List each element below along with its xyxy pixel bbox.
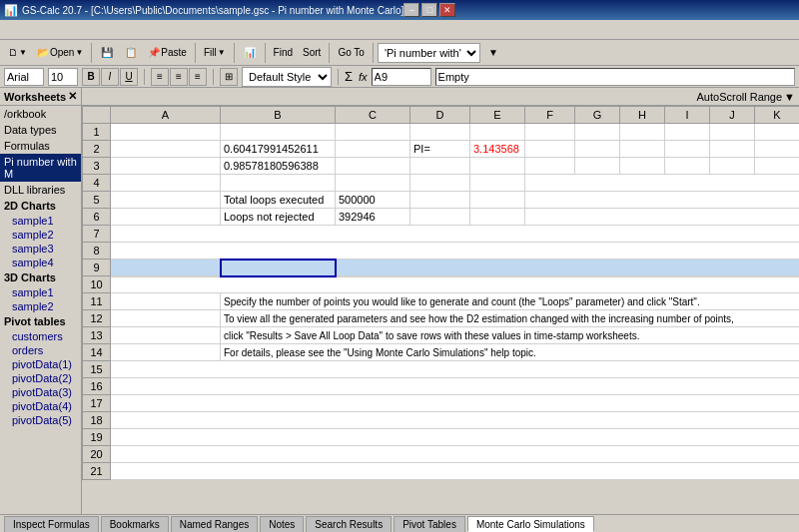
row-6-header[interactable]: 6 [83,209,111,226]
cell-j1[interactable] [710,124,755,141]
row-3-header[interactable]: 3 [83,158,111,175]
row-10-header[interactable]: 10 [83,276,111,293]
cell-k1[interactable] [755,124,800,141]
cell-i1[interactable] [665,124,710,141]
sidebar-item-pinumber[interactable]: Pi number with M [0,154,81,182]
cell-rest-7[interactable] [111,226,800,243]
cell-e1[interactable] [470,124,525,141]
col-header-b[interactable]: B [221,107,336,124]
cell-a9[interactable] [111,260,221,276]
new-button[interactable]: 🗋 ▼ [4,42,31,64]
cell-c2[interactable] [336,141,410,158]
col-header-j[interactable]: J [710,107,755,124]
cell-b6[interactable]: Loops not rejected [221,209,336,226]
cell-j2[interactable] [710,141,755,158]
sidebar-group-2dcharts[interactable]: 2D Charts [0,198,81,214]
cell-g2[interactable] [575,141,620,158]
font-size-selector[interactable]: 10 [48,68,78,86]
row-21[interactable]: 21 [83,463,111,480]
row-5-header[interactable]: 5 [83,192,111,209]
cell-rest-10[interactable] [111,276,800,293]
cell-d2[interactable]: PI= [410,141,470,158]
cell-i3[interactable] [665,158,710,175]
cell-e6[interactable] [470,209,525,226]
row-14-header[interactable]: 14 [83,344,111,361]
col-header-g[interactable]: G [575,107,620,124]
sidebar-item-sample3-2d[interactable]: sample3 [0,242,81,256]
cell-b5[interactable]: Total loops executed [221,192,336,209]
col-header-k[interactable]: K [755,107,800,124]
row-7-header[interactable]: 7 [83,226,111,243]
cell-b11[interactable]: Specify the number of points you would l… [221,293,800,310]
cell-a2[interactable] [111,141,221,158]
cell-rest-5[interactable] [525,192,800,209]
goto-button[interactable]: Go To [334,42,369,64]
cell-e5[interactable] [470,192,525,209]
cell-d3[interactable] [410,158,470,175]
align-center-button[interactable]: ≡ [170,68,188,86]
row-19[interactable]: 19 [83,429,111,446]
italic-button[interactable]: I [101,68,119,86]
minimize-button[interactable]: − [403,3,419,17]
paste-button[interactable]: 📌 Paste [144,42,191,64]
col-header-d[interactable]: D [410,107,470,124]
copy-button[interactable]: 📋 [120,42,142,64]
cell-c1[interactable] [336,124,410,141]
cell-e4[interactable] [470,175,525,192]
cell-e2[interactable]: 3.143568 [470,141,525,158]
open-button[interactable]: 📂 Open ▼ [33,42,87,64]
cell-b12[interactable]: To view all the generated parameters and… [221,310,800,327]
save-button[interactable]: 💾 [96,42,118,64]
cell-a14[interactable] [111,344,221,361]
row-4-header[interactable]: 4 [83,175,111,192]
cell-h3[interactable] [620,158,665,175]
cell-b4[interactable] [221,175,336,192]
cell-d4[interactable] [410,175,470,192]
cell-h1[interactable] [620,124,665,141]
cell-rest-8[interactable] [111,243,800,260]
cell-rest-4[interactable] [525,175,800,192]
align-left-button[interactable]: ≡ [151,68,169,86]
row-9-header[interactable]: 9 [83,260,111,276]
sidebar-group-3dcharts[interactable]: 3D Charts [0,269,81,285]
row-13-header[interactable]: 13 [83,327,111,344]
tab-search[interactable]: Search Results [306,516,392,532]
fill-button[interactable]: Fill ▼ [200,42,230,64]
cell-c3[interactable] [336,158,410,175]
cell-a5[interactable] [111,192,221,209]
cell-k3[interactable] [755,158,800,175]
cell-h2[interactable] [620,141,665,158]
cell-j3[interactable] [710,158,755,175]
cell-d6[interactable] [410,209,470,226]
cell-f2[interactable] [525,141,575,158]
cell-b14[interactable]: For details, please see the "Using Monte… [221,344,800,361]
cell-b9[interactable] [221,260,336,276]
cell-a11[interactable] [111,293,221,310]
cell-b13[interactable]: click "Results > Save All Loop Data" to … [221,327,800,344]
cell-reference-input[interactable] [372,68,431,86]
sidebar-item-formulas[interactable]: Formulas [0,138,81,154]
sidebar-item-workbook[interactable]: /orkbook [0,106,81,122]
sidebar-group-pivot[interactable]: Pivot tables [0,313,81,329]
autoscroll-dropdown[interactable]: ▼ [784,91,795,103]
sidebar-item-datatypes[interactable]: Data types [0,122,81,138]
close-button[interactable]: ✕ [439,3,455,17]
row-16[interactable]: 16 [83,378,111,395]
cell-b2[interactable]: 0.60417991452611 [221,141,336,158]
sidebar-item-sample2-2d[interactable]: sample2 [0,228,81,242]
cell-k2[interactable] [755,141,800,158]
col-header-e[interactable]: E [470,107,525,124]
align-right-button[interactable]: ≡ [189,68,207,86]
row-17[interactable]: 17 [83,395,111,412]
sidebar-item-pivot2[interactable]: pivotData(2) [0,371,81,385]
row-1-header[interactable]: 1 [83,124,111,141]
cell-g1[interactable] [575,124,620,141]
cell-g3[interactable] [575,158,620,175]
cell-i2[interactable] [665,141,710,158]
col-header-a[interactable]: A [111,107,221,124]
sidebar-item-sample4-2d[interactable]: sample4 [0,256,81,269]
cell-rest-6[interactable] [525,209,800,226]
chart-button[interactable]: 📊 [239,42,261,64]
tab-notes[interactable]: Notes [260,516,304,532]
row-12-header[interactable]: 12 [83,310,111,327]
